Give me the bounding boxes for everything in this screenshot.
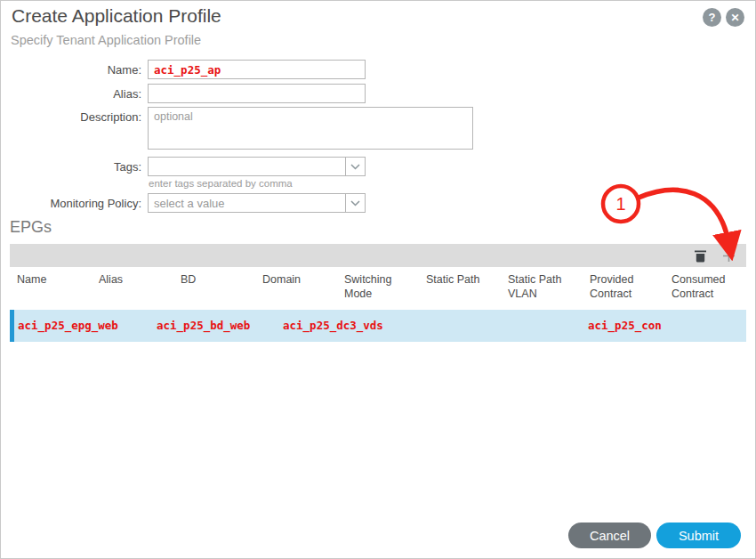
step-circle <box>603 186 639 222</box>
alias-label: Alias: <box>8 87 141 101</box>
epg-table-row[interactable]: aci_p25_epg_web aci_p25_bd_web aci_p25_d… <box>10 310 746 342</box>
column-header: Static Path VLAN <box>501 272 583 301</box>
tags-hint: enter tags separated by comma <box>149 178 293 189</box>
epg-bd-cell: aci_p25_bd_web <box>157 310 250 342</box>
column-header: Domain <box>255 272 337 301</box>
name-label: Name: <box>8 63 141 77</box>
chevron-down-icon[interactable] <box>345 194 365 212</box>
name-input[interactable] <box>148 60 366 79</box>
tags-label: Tags: <box>8 160 141 174</box>
help-icon[interactable]: ? <box>703 8 721 27</box>
column-header: Alias <box>92 272 173 301</box>
cancel-button[interactable]: Cancel <box>568 523 651 548</box>
column-header: Name <box>10 272 92 301</box>
epg-name-cell: aci_p25_epg_web <box>18 310 118 342</box>
dialog-header-icons: ? ✕ <box>703 8 744 27</box>
monitoring-policy-select[interactable]: select a value <box>148 193 366 213</box>
tags-select[interactable] <box>148 157 366 176</box>
plus-icon[interactable] <box>722 249 736 263</box>
dialog-subtitle: Specify Tenant Application Profile <box>11 33 201 47</box>
epg-domain-cell: aci_p25_dc3_vds <box>283 310 383 342</box>
epgs-table-toolbar <box>10 244 746 267</box>
submit-button[interactable]: Submit <box>656 523 741 548</box>
dialog-title: Create Application Profile <box>12 5 221 27</box>
column-header: Static Path <box>419 272 501 301</box>
column-header: BD <box>173 272 255 301</box>
epg-provided-contract-cell: aci_p25_con <box>588 310 662 342</box>
trash-icon[interactable] <box>695 249 706 263</box>
description-textarea[interactable] <box>148 107 473 150</box>
epgs-section-heading: EPGs <box>10 218 52 237</box>
column-header: Consumed Contract <box>664 272 746 301</box>
alias-input[interactable] <box>148 84 366 103</box>
description-label: Description: <box>8 110 141 124</box>
epgs-table-header: Name Alias BD Domain Switching Mode Stat… <box>10 272 746 301</box>
chevron-down-icon[interactable] <box>345 158 365 175</box>
column-header: Switching Mode <box>337 272 419 301</box>
column-header: Provided Contract <box>583 272 664 301</box>
step-number: 1 <box>615 194 625 214</box>
monitoring-policy-select-value: select a value <box>149 197 345 210</box>
row-selected-bar <box>10 310 14 342</box>
create-application-profile-dialog: Create Application Profile Specify Tenan… <box>0 0 756 559</box>
annotation-arrow <box>639 190 729 245</box>
close-icon[interactable]: ✕ <box>726 8 744 27</box>
monitoring-policy-label: Monitoring Policy: <box>8 197 141 210</box>
